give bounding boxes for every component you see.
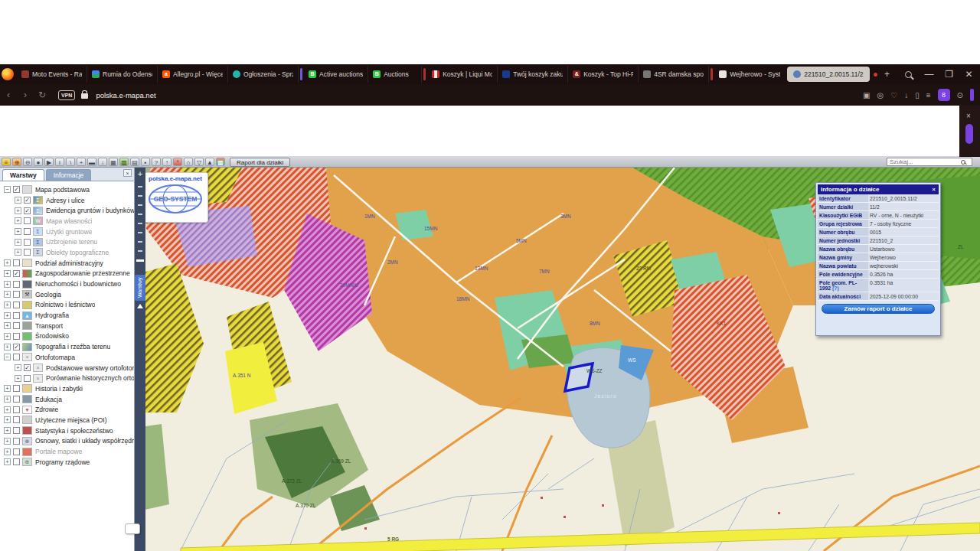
expand-toggle[interactable]: + xyxy=(15,207,21,214)
layer-checkbox[interactable]: ✓ xyxy=(13,270,20,277)
collapse-arrow-icon[interactable] xyxy=(137,304,143,308)
expand-toggle[interactable]: + xyxy=(4,438,11,445)
layer-checkbox[interactable] xyxy=(13,259,20,266)
zoom-tick[interactable] xyxy=(138,204,142,206)
zoom-in-icon[interactable]: ⊕ xyxy=(12,158,21,166)
layer-row[interactable]: +⊕Programy rządowe xyxy=(0,457,134,468)
layer-row[interactable]: +Edukacja xyxy=(0,394,134,405)
tab-warstwy[interactable]: Warstwy xyxy=(2,169,44,181)
layer-row[interactable]: +Użyteczne miejsca (POI) xyxy=(0,415,134,425)
download-map-icon[interactable]: ↓ xyxy=(98,158,107,166)
restore-button[interactable]: ❐ xyxy=(939,69,959,80)
layer-row[interactable]: −×Ortofotomapa xyxy=(0,352,134,363)
expand-toggle[interactable]: + xyxy=(4,270,11,277)
expand-toggle[interactable]: + xyxy=(4,333,11,340)
tab-search-icon[interactable] xyxy=(905,71,912,78)
layer-row[interactable]: +⚒Geologia xyxy=(0,289,134,300)
measure-area-icon[interactable]: + xyxy=(77,158,86,166)
zoom-out-icon[interactable]: ⊖ xyxy=(23,158,32,166)
expand-toggle[interactable]: + xyxy=(4,427,11,434)
panel-close-icon[interactable]: × xyxy=(966,112,971,120)
select-circle-icon[interactable]: ● xyxy=(34,158,43,166)
expand-toggle[interactable]: + xyxy=(15,375,21,382)
comment-icon[interactable]: ▪ xyxy=(141,158,150,166)
cart-icon[interactable]: ▽ xyxy=(194,158,204,166)
layer-row[interactable]: +ΣObiekty topograficzne xyxy=(0,247,134,258)
browser-tab[interactable]: & Koszyk - Top Hi-Fi xyxy=(568,66,639,83)
zoom-tick[interactable] xyxy=(138,214,142,215)
zoom-tick[interactable] xyxy=(138,250,142,252)
screenshot-icon[interactable]: ▣ xyxy=(863,91,870,99)
map-search-input[interactable] xyxy=(887,158,961,165)
layer-checkbox[interactable] xyxy=(24,249,31,256)
sidebar-close-icon[interactable]: × xyxy=(123,169,132,177)
reader-list-icon[interactable]: ≡ xyxy=(926,91,931,99)
expand-toggle[interactable]: − xyxy=(4,186,11,193)
zoom-tick[interactable] xyxy=(138,195,142,197)
layer-row[interactable]: +▲Hydrografia xyxy=(0,310,134,321)
layer-row[interactable]: +✓×Podstawowe warstwy ortofotomapy xyxy=(0,363,134,373)
pointer-icon[interactable]: ▶ xyxy=(44,158,54,166)
layer-checkbox[interactable] xyxy=(13,458,20,465)
layers-collapse-tab[interactable]: Warstwy xyxy=(135,275,145,301)
layer-checkbox[interactable] xyxy=(13,312,20,319)
layer-row[interactable]: +ΣUżytki gruntowe xyxy=(0,227,134,237)
expand-toggle[interactable]: + xyxy=(4,281,11,288)
layer-checkbox[interactable]: ✓ xyxy=(24,207,31,214)
order-report-button[interactable]: Zamów raport o działce xyxy=(822,304,935,314)
layer-checkbox[interactable]: ✓ xyxy=(13,344,20,350)
browser-tab[interactable]: Ogłoszenia - Sprze xyxy=(228,66,299,83)
new-tab-button[interactable]: + xyxy=(877,69,897,80)
layer-checkbox[interactable] xyxy=(24,239,31,246)
browser-tab[interactable]: Twój koszyk zakup xyxy=(498,66,568,83)
panel-header[interactable]: Informacja o działce × xyxy=(818,184,939,194)
layer-row[interactable]: +Rolnictwo i leśnictwo xyxy=(0,300,134,311)
expand-toggle[interactable]: + xyxy=(15,217,21,224)
close-button[interactable]: ✕ xyxy=(959,69,979,80)
layer-checkbox[interactable] xyxy=(13,354,20,360)
layer-checkbox[interactable] xyxy=(13,322,20,329)
layer-checkbox[interactable] xyxy=(13,302,20,308)
street-icon[interactable]: ▬ xyxy=(87,158,96,166)
expand-toggle[interactable]: + xyxy=(15,197,21,204)
expand-toggle[interactable]: + xyxy=(4,385,11,392)
expand-toggle[interactable]: + xyxy=(4,344,11,350)
vpn-badge[interactable]: VPN xyxy=(58,90,75,100)
theme-colors-icon[interactable]: ▩ xyxy=(216,158,225,166)
layer-checkbox[interactable]: ✓ xyxy=(24,364,31,371)
layer-row[interactable]: +✓Topografia i rzeźba terenu xyxy=(0,341,134,352)
share-icon[interactable]: ↑ xyxy=(162,158,172,166)
expand-toggle[interactable]: + xyxy=(15,239,21,246)
expand-toggle[interactable]: + xyxy=(4,448,11,455)
back-icon[interactable]: ‹ xyxy=(0,90,17,100)
browser-tab[interactable]: a Allegro.pl - Więcej xyxy=(158,66,228,83)
layer-row[interactable]: +Nieruchomości i budownictwo xyxy=(0,279,134,289)
expand-toggle[interactable]: + xyxy=(4,291,11,298)
minimize-button[interactable]: — xyxy=(920,69,939,80)
browser-tab[interactable]: B Active auctions xyxy=(304,66,368,83)
layer-row[interactable]: +✓ΣEwidencja gruntów i budynków xyxy=(0,205,134,216)
layer-row[interactable]: +✓ΣAdresy i ulice xyxy=(0,195,134,206)
expand-toggle[interactable]: + xyxy=(4,322,11,329)
layer-checkbox[interactable] xyxy=(24,217,31,224)
layer-checkbox[interactable] xyxy=(13,396,20,403)
browser-tab-active[interactable]: 221510_2.0015.11/2 xyxy=(787,67,869,82)
bookmark-heart-icon[interactable]: ♡ xyxy=(890,91,897,99)
browser-tab[interactable]: Rumia do Odense, xyxy=(87,66,158,83)
layer-row[interactable]: +WMapa własności xyxy=(0,216,134,227)
search-icon[interactable] xyxy=(961,160,965,165)
browser-tab[interactable]: B Auctions xyxy=(368,66,422,83)
layer-row[interactable]: +×Porównanie historycznych ortofotomap xyxy=(0,373,134,383)
browser-tab[interactable]: 4SR damska sporto xyxy=(639,66,709,83)
layer-row[interactable]: +Portale mapowe xyxy=(0,446,134,457)
forward-icon[interactable]: › xyxy=(17,90,34,100)
layer-checkbox[interactable] xyxy=(13,438,20,445)
map-search-box[interactable] xyxy=(887,158,972,166)
download-icon[interactable]: ↓ xyxy=(904,91,908,99)
expand-toggle[interactable]: − xyxy=(4,354,11,360)
expand-toggle[interactable]: + xyxy=(15,364,21,371)
account-icon[interactable]: 8 xyxy=(938,89,950,101)
layer-checkbox[interactable] xyxy=(13,281,20,288)
layer-checkbox[interactable]: ✓ xyxy=(13,186,20,193)
expand-toggle[interactable]: + xyxy=(4,406,11,413)
